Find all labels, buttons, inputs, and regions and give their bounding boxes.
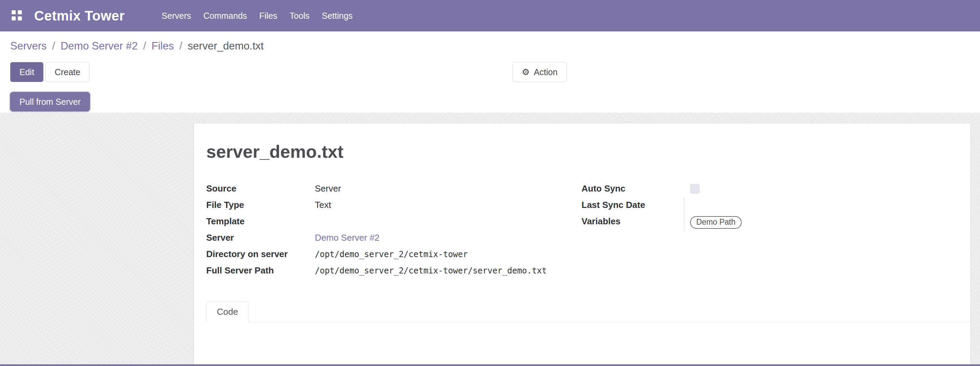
- field-variables-label: Variables: [582, 214, 690, 227]
- variable-tag-demo-path: Demo Path: [690, 216, 742, 229]
- field-file-type-value: Text: [315, 198, 331, 210]
- field-row-directory: Directory on server /opt/demo_server_2/c…: [206, 247, 582, 263]
- breadcrumb-separator: /: [179, 40, 182, 53]
- field-last-sync-label: Last Sync Date: [582, 198, 690, 210]
- button-row: Edit Create ⚙ Action: [10, 62, 970, 82]
- field-groups: Source Server File Type Text Template Se…: [206, 181, 957, 280]
- field-directory-value: /opt/demo_server_2/cetmix-tower: [315, 247, 468, 259]
- field-last-sync-value: [684, 198, 690, 214]
- action-button-label: Action: [534, 67, 557, 77]
- page-title: server_demo.txt: [206, 141, 957, 162]
- field-file-type-label: File Type: [206, 198, 315, 210]
- field-template-label: Template: [206, 214, 315, 227]
- action-button[interactable]: ⚙ Action: [512, 62, 567, 82]
- apps-grid-icon[interactable]: [12, 10, 22, 21]
- menu-item-tools[interactable]: Tools: [283, 6, 315, 25]
- field-directory-label: Directory on server: [206, 247, 315, 259]
- field-row-template: Template: [206, 214, 582, 231]
- bottom-accent-bar: [0, 364, 980, 366]
- create-button[interactable]: Create: [45, 62, 89, 82]
- tab-code[interactable]: Code: [206, 301, 248, 322]
- main-menu: Servers Commands Files Tools Settings: [155, 6, 358, 25]
- pull-from-server-button[interactable]: Pull from Server: [10, 92, 90, 111]
- field-server-label: Server: [206, 231, 315, 243]
- field-row-last-sync: Last Sync Date: [582, 198, 957, 214]
- edit-create-group: Edit Create: [10, 62, 89, 82]
- breadcrumb-link-files[interactable]: Files: [152, 40, 174, 53]
- breadcrumb: Servers / Demo Server #2 / Files / serve…: [10, 40, 970, 59]
- gear-icon: ⚙: [522, 68, 530, 76]
- field-row-variables: Variables Demo Path: [582, 214, 957, 231]
- menu-item-settings[interactable]: Settings: [315, 6, 358, 25]
- breadcrumb-separator: /: [52, 40, 55, 53]
- menu-item-files[interactable]: Files: [253, 6, 283, 25]
- brand-title: Cetmix Tower: [34, 8, 125, 24]
- field-row-server: Server Demo Server #2: [206, 231, 582, 247]
- field-source-value: Server: [315, 181, 341, 194]
- form-sheet: server_demo.txt Source Server File Type …: [194, 123, 971, 366]
- edit-button[interactable]: Edit: [10, 62, 43, 82]
- pull-row: Pull from Server: [10, 92, 970, 111]
- field-server-value-link[interactable]: Demo Server #2: [315, 231, 379, 243]
- menu-item-servers[interactable]: Servers: [155, 6, 197, 25]
- field-row-auto-sync: Auto Sync: [582, 181, 957, 198]
- field-auto-sync-label: Auto Sync: [582, 181, 690, 194]
- field-group-right: Auto Sync Last Sync Date Variables Demo …: [582, 181, 957, 280]
- content-area: server_demo.txt Source Server File Type …: [0, 113, 980, 366]
- top-navbar: Cetmix Tower Servers Commands Files Tool…: [0, 0, 980, 32]
- app-window: Cetmix Tower Servers Commands Files Tool…: [0, 0, 980, 366]
- field-source-label: Source: [206, 181, 315, 194]
- field-row-full-path: Full Server Path /opt/demo_server_2/cetm…: [206, 263, 582, 280]
- breadcrumb-link-servers[interactable]: Servers: [10, 40, 47, 53]
- field-row-source: Source Server: [206, 181, 582, 198]
- breadcrumb-separator: /: [143, 40, 146, 53]
- breadcrumb-current: server_demo.txt: [188, 40, 264, 53]
- auto-sync-checkbox[interactable]: [690, 184, 700, 194]
- breadcrumb-link-demo-server-2[interactable]: Demo Server #2: [60, 40, 138, 53]
- notebook: Code: [206, 301, 957, 322]
- menu-item-commands[interactable]: Commands: [197, 6, 253, 25]
- field-full-path-value: /opt/demo_server_2/cetmix-tower/server_d…: [315, 263, 547, 275]
- tab-bar: Code: [206, 301, 970, 322]
- field-row-file-type: File Type Text: [206, 198, 582, 214]
- field-group-left: Source Server File Type Text Template Se…: [206, 181, 582, 280]
- field-full-path-label: Full Server Path: [206, 263, 315, 276]
- control-panel: Servers / Demo Server #2 / Files / serve…: [0, 32, 980, 113]
